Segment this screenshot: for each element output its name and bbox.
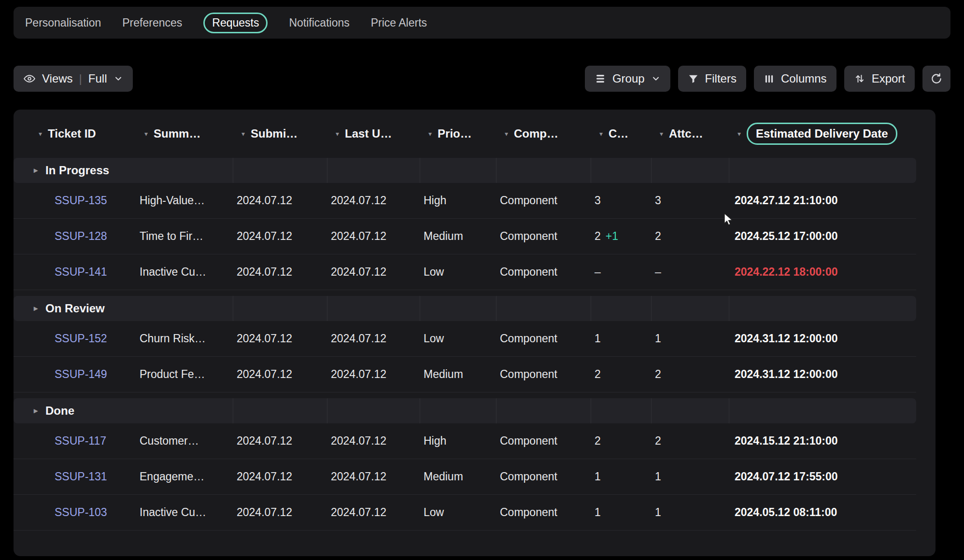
views-button[interactable]: Views | Full <box>14 66 133 92</box>
group-cell <box>233 296 327 321</box>
estimated-delivery-cell: 2024.05.12 08:11:00 <box>729 506 916 519</box>
table-header-row: ▾ Ticket ID ▾ Summ… ▾ Submi… ▾ Last U… ▾… <box>14 110 936 158</box>
sort-triangle-icon[interactable]: ▾ <box>660 130 663 137</box>
table-row[interactable]: SSUP-152 Churn Risk… 2024.07.12 2024.07.… <box>14 321 916 357</box>
column-header-summary[interactable]: ▾ Summ… <box>136 127 233 140</box>
comments-cell: 1 <box>591 470 651 483</box>
tab-requests[interactable]: Requests <box>203 13 268 33</box>
tab-price-alerts[interactable]: Price Alerts <box>371 16 427 29</box>
table-row[interactable]: SSUP-141 Inactive Cu… 2024.07.12 2024.07… <box>14 254 916 290</box>
export-icon <box>854 73 865 84</box>
group-label: Group <box>612 72 645 85</box>
group-header-in-progress[interactable]: ▸ In Progress <box>14 158 916 183</box>
column-header-ticket-id[interactable]: ▾ Ticket ID <box>14 127 136 140</box>
sort-triangle-icon[interactable]: ▾ <box>336 130 339 137</box>
requests-table: ▾ Ticket ID ▾ Summ… ▾ Submi… ▾ Last U… ▾… <box>14 110 936 556</box>
columns-button[interactable]: Columns <box>754 66 836 92</box>
views-divider: | <box>79 72 82 85</box>
sort-triangle-icon[interactable]: ▾ <box>241 130 245 137</box>
column-header-attachments[interactable]: ▾ Attc… <box>651 127 729 140</box>
last-updated-cell: 2024.07.12 <box>327 194 420 207</box>
summary-cell: Engageme… <box>136 470 233 483</box>
refresh-button[interactable] <box>922 66 950 92</box>
count-value: 2 <box>595 230 601 242</box>
tab-preferences[interactable]: Preferences <box>122 16 182 29</box>
column-header-last-updated[interactable]: ▾ Last U… <box>327 127 420 140</box>
submitted-cell: 2024.07.12 <box>233 506 327 519</box>
tab-notifications[interactable]: Notifications <box>289 16 349 29</box>
group-name: On Review <box>45 302 105 315</box>
comments-cell: 1 <box>591 506 651 519</box>
submitted-cell: 2024.07.12 <box>233 266 327 279</box>
column-header-label: Summ… <box>154 127 200 140</box>
count-extra-badge: +1 <box>606 230 618 242</box>
column-header-submitted[interactable]: ▾ Submi… <box>233 127 327 140</box>
last-updated-cell: 2024.07.12 <box>327 266 420 279</box>
group-cell <box>496 158 591 183</box>
priority-cell: Medium <box>420 470 496 483</box>
last-updated-cell: 2024.07.12 <box>327 332 420 345</box>
sort-triangle-icon[interactable]: ▾ <box>599 130 603 137</box>
export-button[interactable]: Export <box>844 66 915 92</box>
group-label: ▸ On Review <box>14 296 233 321</box>
column-header-label: Attc… <box>669 127 703 140</box>
ticket-id-cell: SSUP-117 <box>14 434 136 448</box>
group-cell <box>651 158 729 183</box>
sort-triangle-icon[interactable]: ▾ <box>737 130 741 137</box>
estimated-delivery-cell: 2024.31.12 12:00:00 <box>729 368 916 381</box>
filters-button[interactable]: Filters <box>678 66 746 92</box>
expand-triangle-icon[interactable]: ▸ <box>34 167 38 174</box>
ticket-link[interactable]: SSUP-152 <box>55 332 107 345</box>
sort-triangle-icon[interactable]: ▾ <box>144 130 148 137</box>
group-header-done[interactable]: ▸ Done <box>14 398 916 423</box>
column-header-label: Last U… <box>345 127 392 140</box>
ticket-id-cell: SSUP-128 <box>14 230 136 243</box>
group-cell <box>496 296 591 321</box>
count-value: 1 <box>595 332 601 345</box>
table-row[interactable]: SSUP-117 Customer… 2024.07.12 2024.07.12… <box>14 423 916 459</box>
column-header-priority[interactable]: ▾ Prio… <box>420 127 496 140</box>
component-cell: Component <box>496 434 591 448</box>
group-button[interactable]: Group <box>585 66 670 92</box>
priority-cell: High <box>420 434 496 448</box>
column-header-label: Ticket ID <box>48 127 96 140</box>
summary-cell: Churn Risk… <box>136 332 233 345</box>
table-row[interactable]: SSUP-135 High-Value… 2024.07.12 2024.07.… <box>14 183 916 219</box>
summary-cell: Inactive Cu… <box>136 266 233 279</box>
group-cell <box>591 398 651 423</box>
table-row[interactable]: SSUP-149 Product Fe… 2024.07.12 2024.07.… <box>14 357 916 392</box>
ticket-link[interactable]: SSUP-103 <box>55 506 107 518</box>
component-cell: Component <box>496 506 591 519</box>
export-label: Export <box>872 72 905 85</box>
table-row[interactable]: SSUP-131 Engageme… 2024.07.12 2024.07.12… <box>14 459 916 495</box>
expand-triangle-icon[interactable]: ▸ <box>34 407 38 415</box>
sort-triangle-icon[interactable]: ▾ <box>39 130 42 137</box>
summary-cell: High-Value… <box>136 194 233 207</box>
settings-tabbar: Personalisation Preferences Requests Not… <box>14 7 950 39</box>
ticket-link[interactable]: SSUP-149 <box>55 368 107 380</box>
ticket-link[interactable]: SSUP-128 <box>55 230 107 242</box>
attachments-cell: 2 <box>651 368 729 381</box>
ticket-id-cell: SSUP-135 <box>14 194 136 207</box>
sort-triangle-icon[interactable]: ▾ <box>505 130 508 137</box>
count-value: – <box>595 266 601 278</box>
table-row[interactable]: SSUP-103 Inactive Cu… 2024.07.12 2024.07… <box>14 495 916 531</box>
column-header-component[interactable]: ▾ Comp… <box>496 127 591 140</box>
tab-personalisation[interactable]: Personalisation <box>25 16 101 29</box>
column-header-comments[interactable]: ▾ C… <box>591 127 651 140</box>
ticket-link[interactable]: SSUP-131 <box>55 470 107 483</box>
ticket-link[interactable]: SSUP-117 <box>55 434 106 447</box>
sort-triangle-icon[interactable]: ▾ <box>428 130 432 137</box>
column-header-estimated-delivery-date[interactable]: ▾ Estimated Delivery Date <box>729 123 936 145</box>
expand-triangle-icon[interactable]: ▸ <box>34 305 38 312</box>
group-cell <box>233 158 327 183</box>
priority-cell: Low <box>420 266 496 279</box>
ticket-link[interactable]: SSUP-135 <box>55 194 107 207</box>
ticket-link[interactable]: SSUP-141 <box>55 266 107 278</box>
group-header-on-review[interactable]: ▸ On Review <box>14 296 916 321</box>
views-value: Full <box>88 72 107 85</box>
attachments-cell: 2 <box>651 230 729 243</box>
views-label: Views <box>42 72 73 85</box>
comments-cell: 2+1 <box>591 230 651 243</box>
table-row[interactable]: SSUP-128 Time to Fir… 2024.07.12 2024.07… <box>14 219 916 254</box>
